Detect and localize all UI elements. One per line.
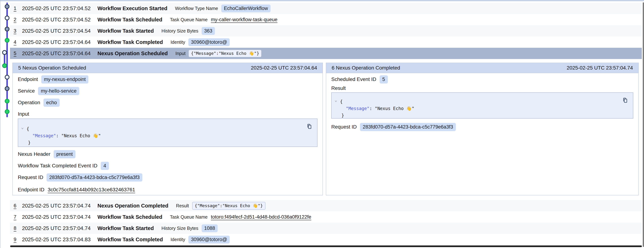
field-label-wft-completed-event-id: Workflow Task Completed Event ID bbox=[18, 163, 98, 169]
timeline-dot-3[interactable] bbox=[5, 27, 10, 31]
detail-card-title: 5 Nexus Operation Scheduled bbox=[18, 65, 86, 71]
panel-top-border bbox=[0, 0, 644, 1]
event-attr-badge: 30960@totoro@ bbox=[188, 38, 230, 46]
event-attr-label: Task Queue Name bbox=[170, 17, 208, 22]
copy-icon[interactable] bbox=[306, 123, 312, 129]
endpoint-id-link[interactable]: 3c0c75ccfa8144b092c13ce632463761 bbox=[48, 187, 135, 193]
event-row-8[interactable]: 8 2025-02-25 UTC 23:57:04.74 Workflow Ta… bbox=[10, 223, 642, 234]
field-value-scheduled-event-id: 5 bbox=[380, 75, 388, 83]
event-attr-label: Workflow Type Name bbox=[175, 6, 218, 11]
event-row-2[interactable]: 2 2025-02-25 UTC 23:57:04.52 Workflow Ta… bbox=[10, 14, 642, 25]
panel-left-border bbox=[0, 0, 0, 248]
json-line: "Message": "Nexus Echo 👋" bbox=[332, 105, 633, 112]
copy-icon[interactable] bbox=[622, 97, 628, 103]
field-label-request-id: Request ID bbox=[18, 175, 43, 180]
event-attr-label: Identity bbox=[170, 39, 185, 45]
event-attr-badge: 1088 bbox=[202, 224, 218, 232]
event-timestamp: 2025-02-25 UTC 23:57:04.64 bbox=[22, 50, 98, 56]
task-queue-link[interactable]: totoro:f494fecf-2d51-4d48-bdcd-036a0f912… bbox=[211, 214, 311, 220]
collapse-chevron-icon[interactable]: ⌄ bbox=[334, 98, 337, 102]
event-row-1[interactable]: 1 2025-02-25 UTC 23:57:04.52 Workflow Ex… bbox=[10, 3, 642, 14]
event-attr-label: Result bbox=[176, 203, 189, 209]
field-value-request-id: 283fd070-d57a-4423-bdca-c5c779e6a3f3 bbox=[360, 123, 456, 131]
event-name: Workflow Execution Started bbox=[98, 5, 168, 11]
detail-card-timestamp: 2025-02-25 UTC 23:57:04.74 bbox=[567, 65, 633, 71]
event-timestamp: 2025-02-25 UTC 23:57:04.74 bbox=[22, 203, 98, 209]
event-id-link[interactable]: 1 bbox=[14, 6, 22, 11]
event-json-badge: {"Message":"Nexus Echo 👋"} bbox=[189, 50, 261, 57]
event-row-5-selected[interactable]: 5 2025-02-25 UTC 23:57:04.64 Nexus Opera… bbox=[10, 48, 642, 59]
field-label-service: Service bbox=[18, 88, 35, 94]
event-row-9[interactable]: 9 2025-02-25 UTC 23:57:04.83 Workflow Ta… bbox=[10, 234, 642, 245]
event-timestamp: 2025-02-25 UTC 23:57:04.52 bbox=[22, 17, 98, 23]
event-timestamp: 2025-02-25 UTC 23:57:04.54 bbox=[22, 28, 98, 34]
event-attr-badge: EchoCallerWorkflow bbox=[221, 4, 270, 12]
event-name: Nexus Operation Scheduled bbox=[98, 50, 168, 56]
detail-card-title: 6 Nexus Operation Completed bbox=[332, 65, 400, 71]
timeline-dot-9[interactable] bbox=[5, 99, 10, 103]
event-attr-label: History Size Bytes bbox=[162, 226, 198, 231]
timeline-dot-8[interactable] bbox=[5, 86, 10, 91]
timeline-dot-10[interactable] bbox=[5, 109, 10, 114]
field-label-nexus-header: Nexus Header bbox=[18, 151, 50, 157]
field-value-service: my-hello-service bbox=[38, 87, 79, 95]
event-row-3[interactable]: 3 2025-02-25 UTC 23:57:04.54 Workflow Ta… bbox=[10, 25, 642, 36]
json-value: "Nexus Echo 👋" bbox=[375, 106, 414, 111]
event-id-link[interactable]: 5 bbox=[14, 51, 22, 56]
timeline-dot-1[interactable] bbox=[5, 4, 10, 9]
field-value-operation: echo bbox=[44, 99, 60, 107]
json-line: "Message": "Nexus Echo 👋" bbox=[18, 132, 317, 139]
horizontal-scrollbar-thumb[interactable] bbox=[10, 246, 642, 247]
event-name: Workflow Task Scheduled bbox=[98, 214, 162, 220]
field-label-endpoint-id: Endpoint ID bbox=[18, 187, 44, 193]
event-id-link[interactable]: 4 bbox=[14, 39, 22, 45]
event-id-link[interactable]: 3 bbox=[14, 28, 22, 34]
field-label-operation: Operation bbox=[18, 100, 40, 105]
json-key: "Message" bbox=[346, 106, 370, 111]
vertical-scrollbar-thumb[interactable] bbox=[643, 2, 644, 247]
event-attr-label: Identity bbox=[170, 237, 185, 242]
event-id-link[interactable]: 9 bbox=[14, 237, 22, 242]
event-id-link[interactable]: 8 bbox=[14, 226, 22, 231]
event-name: Workflow Task Started bbox=[98, 225, 154, 231]
event-row-6[interactable]: 6 2025-02-25 UTC 23:57:04.74 Nexus Opera… bbox=[10, 200, 642, 211]
json-close-brace: } bbox=[28, 140, 30, 145]
field-value-endpoint: my-nexus-endpoint bbox=[41, 75, 88, 83]
event-timestamp: 2025-02-25 UTC 23:57:04.74 bbox=[22, 214, 98, 220]
event-name: Workflow Task Scheduled bbox=[98, 17, 162, 23]
collapse-chevron-icon[interactable]: ⌄ bbox=[21, 125, 24, 129]
timeline-dot-7[interactable] bbox=[5, 75, 10, 79]
json-line: } bbox=[332, 112, 633, 119]
event-name: Workflow Task Started bbox=[98, 28, 154, 34]
event-row-7[interactable]: 7 2025-02-25 UTC 23:57:04.74 Workflow Ta… bbox=[10, 211, 642, 223]
event-attr-badge: 30960@totoro@ bbox=[188, 236, 230, 244]
detail-card-header[interactable]: 6 Nexus Operation Completed 2025-02-25 U… bbox=[326, 63, 638, 73]
timeline-dot-4[interactable] bbox=[5, 38, 10, 43]
json-colon: : bbox=[56, 133, 61, 138]
detail-card-nexus-completed: 6 Nexus Operation Completed 2025-02-25 U… bbox=[326, 63, 639, 195]
event-row-4[interactable]: 4 2025-02-25 UTC 23:57:04.64 Workflow Ta… bbox=[10, 36, 642, 48]
event-timestamp: 2025-02-25 UTC 23:57:04.52 bbox=[22, 5, 98, 11]
detail-card-header[interactable]: 5 Nexus Operation Scheduled 2025-02-25 U… bbox=[13, 63, 322, 73]
timeline-dot-6[interactable] bbox=[2, 63, 7, 68]
field-value-request-id: 283fd070-d57a-4423-bdca-c5c779e6a3f3 bbox=[46, 173, 142, 182]
json-line: } bbox=[18, 139, 317, 146]
field-label-result: Result bbox=[331, 85, 346, 91]
field-label-scheduled-event-id: Scheduled Event ID bbox=[331, 76, 376, 82]
json-line: { bbox=[332, 98, 633, 105]
detail-card-body: Endpoint my-nexus-endpoint Service my-he… bbox=[13, 75, 322, 194]
event-id-link[interactable]: 2 bbox=[14, 17, 22, 22]
json-key: "Message" bbox=[32, 133, 56, 138]
field-value-wft-completed-event-id: 4 bbox=[101, 162, 109, 170]
event-attr-label: History Size Bytes bbox=[162, 28, 198, 33]
event-json-badge: {"Message":"Nexus Echo 👋"} bbox=[192, 202, 266, 210]
timeline-dot-5[interactable] bbox=[2, 50, 7, 55]
field-label-request-id: Request ID bbox=[331, 124, 357, 130]
task-queue-link[interactable]: my-caller-workflow-task-queue bbox=[211, 17, 278, 22]
timeline-dot-2[interactable] bbox=[5, 16, 10, 20]
event-timestamp: 2025-02-25 UTC 23:57:04.64 bbox=[22, 39, 98, 45]
event-id-link[interactable]: 6 bbox=[14, 203, 22, 209]
json-value: "Nexus Echo 👋" bbox=[61, 133, 101, 138]
field-value-nexus-header: present bbox=[54, 150, 76, 158]
event-id-link[interactable]: 7 bbox=[14, 214, 22, 220]
